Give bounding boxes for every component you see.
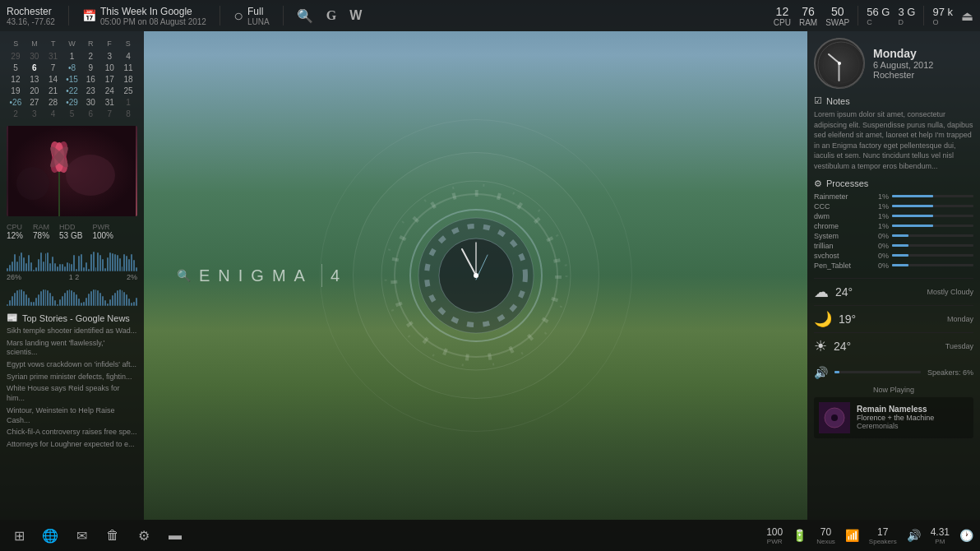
process-bar-fill — [892, 195, 933, 197]
wave-bar — [73, 255, 75, 271]
wave-bar — [67, 262, 68, 271]
weather-temp: 24° — [834, 340, 851, 353]
wave-bar — [21, 289, 22, 306]
email-button[interactable]: ✉ — [69, 523, 94, 548]
wave-bar — [12, 296, 13, 306]
track-artist: Florence + the Machine — [857, 414, 934, 422]
svg-point-21 — [823, 47, 859, 83]
notes-icon: ☑ — [814, 95, 822, 106]
wave-bar — [93, 289, 95, 306]
clock-widget: Monday 6 August, 2012 Rochester — [814, 38, 973, 89]
wave-bar — [40, 291, 42, 306]
news-item[interactable]: Egypt vows crackdown on 'infidels' aft..… — [7, 360, 137, 370]
process-bar-fill — [892, 225, 933, 227]
news-item[interactable]: Sikh temple shooter identified as Wad... — [7, 326, 137, 336]
volume-bar[interactable] — [834, 371, 921, 373]
waveform-bars2 — [7, 281, 137, 306]
wave-bar — [123, 254, 125, 271]
process-bar — [892, 254, 973, 257]
notes-widget: ☑ Notes Lorem ipsum dolor sit amet, cons… — [814, 95, 973, 172]
wave-bar — [90, 254, 92, 271]
wave-bar — [90, 291, 92, 306]
process-bar-fill — [892, 264, 908, 266]
search-magnifier-icon[interactable]: 🔍 — [297, 8, 313, 24]
ram-metric: 76 RAM — [799, 5, 817, 27]
process-pct: 1% — [871, 222, 889, 230]
right-panel: Monday 6 August, 2012 Rochester ☑ Notes … — [807, 31, 980, 520]
wave-bar — [64, 293, 66, 306]
moon-phase: Full — [247, 6, 270, 17]
wikipedia-icon[interactable]: W — [349, 8, 362, 23]
svg-point-18 — [66, 155, 115, 196]
wave-bar — [69, 263, 71, 271]
analog-clock — [814, 38, 865, 89]
wave-bar — [23, 257, 25, 271]
wave-bar — [114, 293, 116, 306]
process-bar — [892, 225, 973, 227]
eject-icon[interactable]: ⏏ — [961, 8, 973, 24]
moon-icon: ○ — [233, 7, 243, 25]
process-list: Rainmeter 1% CCC 1% dwm 1% chrome 1% Sys… — [814, 192, 973, 270]
track-info: Remain Nameless Florence + the Machine C… — [857, 405, 934, 430]
nexus-taskbar: 70 Nexus — [816, 526, 835, 545]
news-item[interactable]: Syrian prime minister defects, fightin..… — [7, 373, 137, 382]
clock-taskbar-icon: 🕐 — [959, 529, 973, 542]
start-button[interactable]: ⊞ — [7, 523, 31, 548]
process-pct: 1% — [871, 202, 889, 211]
wave-bar — [25, 294, 27, 306]
wave-bar — [28, 298, 30, 306]
weather-day: Tuesday — [945, 342, 973, 350]
wave-bar — [69, 289, 71, 306]
wave-bar — [78, 256, 80, 271]
volume-taskbar-icon: 🔊 — [907, 529, 921, 542]
weather-day: Monday — [947, 315, 973, 323]
wave-bar — [93, 252, 95, 271]
process-pct: 1% — [871, 212, 889, 220]
wave-bar — [23, 291, 25, 306]
now-playing-section: Now Playing Remain Nameless Florence + t… — [814, 386, 973, 438]
settings-button[interactable]: ⚙ — [132, 523, 156, 548]
battery-icon: 🔋 — [793, 529, 807, 542]
volume-fill — [834, 371, 839, 373]
process-bar-fill — [892, 254, 908, 257]
wave-bar — [102, 296, 104, 306]
wave-bar — [97, 290, 99, 306]
photo-widget — [7, 126, 137, 216]
browser-button[interactable]: 🌐 — [38, 523, 62, 548]
wave-bar — [64, 266, 66, 271]
wave-bar — [78, 299, 80, 306]
wave-bar — [14, 254, 16, 271]
wave-bar — [14, 293, 16, 306]
news-item[interactable]: White House says Reid speaks for him... — [7, 384, 137, 403]
disk-pct2: 2% — [127, 273, 137, 281]
news-item[interactable]: Wintour, Weinstein to Help Raise Cash... — [7, 406, 137, 425]
wave-bar — [19, 289, 21, 306]
process-pct: 0% — [871, 242, 889, 250]
wave-bar — [35, 298, 37, 306]
calendar-widget: 📅 This Week In Google 05:00 PM on 08 Aug… — [82, 6, 206, 26]
wave-bar — [62, 296, 63, 306]
wave-bar — [76, 269, 77, 271]
album-art — [819, 402, 850, 433]
wave-bar — [76, 294, 77, 306]
wave-bar — [88, 294, 90, 306]
weather-icon: ☀ — [814, 337, 827, 355]
sep4 — [858, 6, 858, 25]
news-item[interactable]: Mars landing went 'flawlessly,' scientis… — [7, 339, 137, 358]
weather-icon: 🌙 — [814, 310, 832, 328]
moon-widget: ○ Full LUNA — [233, 6, 270, 26]
news-item[interactable]: Attorneys for Loughner expected to e... — [7, 440, 137, 450]
calendar-widget: S M T W R F S 29 30 31 1 2 3 4 5 6 7 •8 … — [7, 39, 137, 119]
process-row: System 0% — [814, 232, 973, 240]
volume-label: Speakers: 6% — [927, 368, 973, 377]
wallet-button[interactable]: ▬ — [163, 523, 187, 548]
clock-city: Rochester — [873, 70, 933, 80]
process-name: System — [814, 232, 867, 240]
news-item[interactable]: Chick-fil-A controversy raises free spe.… — [7, 428, 137, 438]
google-icon[interactable]: G — [326, 8, 336, 23]
trash-button[interactable]: 🗑 — [100, 523, 125, 548]
wave-bar — [86, 262, 87, 271]
wave-bar — [54, 263, 56, 271]
wave-bar — [71, 290, 72, 306]
process-row: CCC 1% — [814, 202, 973, 211]
